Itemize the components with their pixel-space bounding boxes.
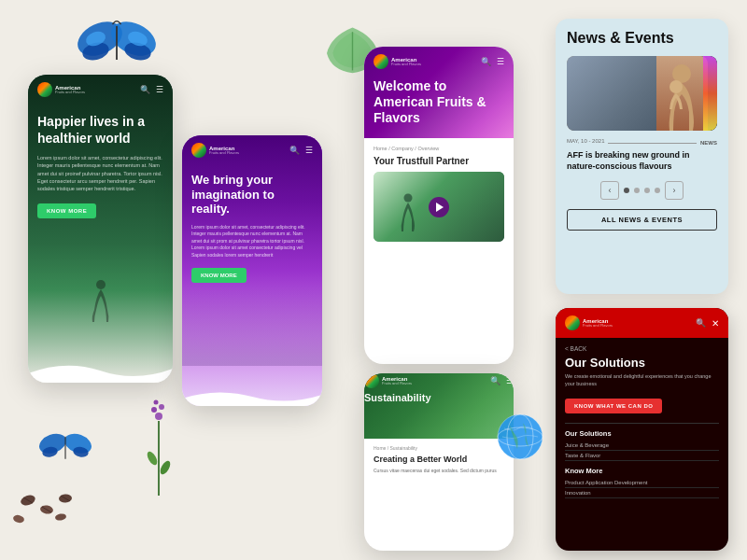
- phone2-nav-icons: 🔍 ☰: [289, 146, 313, 155]
- phone4-title: Sustainability: [364, 392, 514, 403]
- logo-text-sol: American Fruits and Flavors: [583, 318, 613, 328]
- svg-point-34: [672, 64, 691, 83]
- logo-circle-2: [191, 143, 206, 158]
- solutions-header: American Fruits and Flavors 🔍 ✕: [556, 308, 728, 338]
- phone3-top: American Fruits and Flavors 🔍 ☰ Welcome …: [364, 47, 514, 138]
- solutions-menu-section-1: Our Solutions Juice & Beverage Taste & F…: [565, 429, 719, 461]
- play-icon: [436, 203, 444, 212]
- svg-point-18: [146, 450, 160, 467]
- solutions-menu-juice[interactable]: Juice & Beverage: [565, 441, 719, 451]
- phone3-video[interactable]: [374, 172, 504, 242]
- phone-happier-lives: American Fruits and Flavors 🔍 ☰ Happier …: [28, 75, 173, 383]
- flower-decoration: [145, 393, 173, 509]
- phone-imagination: American Fruits and Flavors 🔍 ☰ We bring…: [182, 135, 322, 406]
- logo-circle-sol: [565, 315, 580, 330]
- solutions-nav-icons: 🔍 ✕: [696, 318, 719, 329]
- svg-point-26: [12, 514, 25, 525]
- logo-text-2: American Fruits and Flavors: [209, 146, 239, 155]
- search-icon[interactable]: 🔍: [140, 85, 150, 94]
- phone1-content: Happier lives in a healthier world Lorem…: [28, 105, 173, 218]
- news-pagination: ‹ ›: [567, 181, 717, 200]
- news-image: [567, 56, 717, 131]
- phone3-header: American Fruits and Flavors 🔍 ☰: [374, 54, 504, 69]
- news-date-divider: [608, 143, 697, 144]
- phone3-logo: American Fruits and Flavors: [374, 54, 421, 69]
- solutions-title: Our Solutions: [565, 356, 719, 370]
- phone-sustainability: American Fruits and Flavors 🔍 ☰ Sustaina…: [364, 373, 514, 551]
- butterfly-top-decoration: [75, 9, 149, 70]
- news-person-image: [656, 56, 708, 131]
- solutions-menu-label-1: Our Solutions: [565, 429, 719, 438]
- svg-point-35: [669, 80, 683, 93]
- know-more-button-1[interactable]: KNOW MORE: [37, 203, 96, 218]
- phone1-logo: American Fruits and Flavors: [37, 82, 85, 97]
- svg-point-16: [159, 404, 164, 410]
- svg-point-19: [159, 459, 173, 476]
- phone4-subtitle: Creating a Better World: [374, 455, 504, 464]
- svg-point-15: [151, 407, 157, 413]
- solutions-divider: [565, 423, 719, 424]
- menu-icon-4[interactable]: ☰: [506, 376, 514, 385]
- phone2-content: We bring your imagination to reality. Lo…: [182, 165, 322, 283]
- phone4-breadcrumb: Home / Sustainability: [374, 445, 504, 451]
- svg-point-17: [154, 400, 159, 405]
- news-dot-4[interactable]: [655, 188, 660, 193]
- solutions-menu-innovation[interactable]: Innovation: [565, 488, 719, 498]
- all-news-events-button[interactable]: ALL NEWS & EVENTS: [567, 209, 717, 231]
- news-tag: NEWS: [700, 140, 717, 146]
- news-date: MAY, 10 - 2021: [567, 138, 604, 144]
- phone4-header: American Fruits and Flavors 🔍 ☰: [364, 373, 514, 388]
- solutions-body: < BACK Our Solutions We create emotional…: [556, 338, 728, 511]
- close-icon[interactable]: ✕: [712, 318, 719, 329]
- phone3-nav-icons: 🔍 ☰: [481, 57, 504, 66]
- know-what-we-can-do-button[interactable]: KNOW WHAT WE CAN DO: [565, 399, 662, 413]
- logo-text-4: American Fruits and Flavors: [382, 376, 412, 385]
- news-dot-1[interactable]: [624, 188, 629, 193]
- menu-icon-3[interactable]: ☰: [497, 57, 504, 66]
- news-events-card: News & Events MAY, 10 - 2021 NEWS: [556, 19, 728, 294]
- play-button[interactable]: [429, 197, 449, 217]
- menu-icon[interactable]: ☰: [156, 85, 163, 94]
- solutions-menu-label-2: Know More: [565, 467, 719, 475]
- search-icon-4[interactable]: 🔍: [490, 376, 500, 385]
- phone2-header: American Fruits and Flavors 🔍 ☰: [182, 135, 322, 165]
- news-dot-2[interactable]: [634, 188, 640, 193]
- search-icon-2[interactable]: 🔍: [289, 146, 300, 155]
- search-icon-sol[interactable]: 🔍: [696, 318, 706, 328]
- svg-point-33: [404, 194, 413, 203]
- butterfly-bottom-decoration: [37, 425, 89, 467]
- phone4-nav-icons: 🔍 ☰: [490, 376, 514, 385]
- phone1-body: Lorem ipsum dolor sit amet, consectetur …: [37, 154, 163, 192]
- menu-icon-2[interactable]: ☰: [305, 146, 313, 155]
- solutions-menu-taste[interactable]: Taste & Flavor: [565, 451, 719, 461]
- phone3-bottom: Home / Company / Overview Your Trustfull…: [364, 138, 514, 249]
- phone4-logo: American Fruits and Flavors: [364, 373, 412, 388]
- solutions-menu-product-dev[interactable]: Product Application Development: [565, 478, 719, 488]
- logo-text: American Fruits and Flavors: [55, 85, 85, 94]
- solutions-logo: American Fruits and Flavors: [565, 315, 613, 330]
- know-more-button-2[interactable]: KNOW MORE: [191, 268, 247, 283]
- phone2-title: We bring your imagination to reality.: [191, 173, 313, 217]
- phone4-top: American Fruits and Flavors 🔍 ☰ Sustaina…: [364, 373, 514, 439]
- phone3-main-title: Welcome to American Fruits & Flavors: [374, 78, 504, 125]
- svg-point-27: [54, 513, 66, 522]
- phone1-title: Happier lives in a healthier world: [37, 114, 163, 147]
- search-icon-3[interactable]: 🔍: [481, 57, 491, 66]
- news-card-title: News & Events: [567, 30, 717, 47]
- phone1-nav-icons: 🔍 ☰: [140, 85, 163, 94]
- phone1-header: American Fruits and Flavors 🔍 ☰: [28, 75, 173, 105]
- phone3-breadcrumb: Home / Company / Overview: [374, 146, 504, 151]
- globe-decoration: [495, 412, 546, 467]
- solutions-back-button[interactable]: < BACK: [565, 345, 719, 352]
- phone3-subtitle: Your Trustfull Partner: [374, 156, 504, 166]
- news-prev-button[interactable]: ‹: [600, 181, 619, 200]
- phone-welcome: American Fruits and Flavors 🔍 ☰ Welcome …: [364, 47, 514, 364]
- coffee-beans-decoration: [9, 482, 84, 532]
- news-next-button[interactable]: ›: [665, 181, 684, 200]
- news-date-row: MAY, 10 - 2021 NEWS: [567, 138, 717, 147]
- news-dot-3[interactable]: [644, 188, 650, 193]
- phone4-bottom: Home / Sustainability Creating a Better …: [364, 439, 514, 481]
- logo-circle-4: [364, 373, 379, 388]
- phone2-logo: American Fruits and Flavors: [191, 143, 239, 158]
- logo-text-3: American Fruits and Flavors: [391, 57, 421, 66]
